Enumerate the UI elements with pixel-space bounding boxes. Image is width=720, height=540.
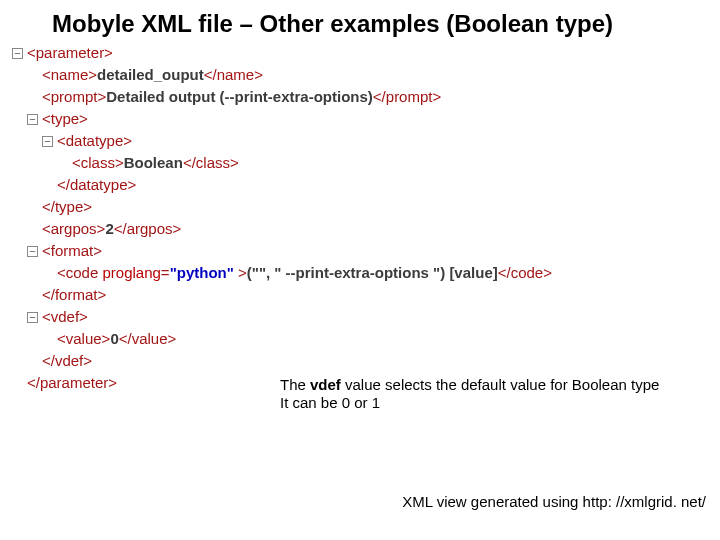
tag: <type> [42,108,88,130]
text: detailed_ouput [97,64,204,86]
xml-line-vdef-close: </vdef> [12,350,720,372]
xml-line-class: <class>Boolean</class> [12,152,720,174]
xml-line-datatype-close: </datatype> [12,174,720,196]
tag: <parameter> [27,42,113,64]
text: ("", " --print-extra-options ") [value] [247,262,498,284]
tag: <format> [42,240,102,262]
collapse-icon[interactable]: − [27,312,38,323]
xml-line-name: <name>detailed_ouput</name> [12,64,720,86]
tag: <value> [57,328,110,350]
xml-line-argpos: <argpos>2</argpos> [12,218,720,240]
tag: </value> [119,328,177,350]
xml-line-parameter-open: − <parameter> [12,42,720,64]
tag: <vdef> [42,306,88,328]
footer-text: XML view generated using http: //xmlgrid… [402,493,706,510]
tag: <datatype> [57,130,132,152]
tag: </type> [42,196,92,218]
xml-line-type-open: − <type> [12,108,720,130]
text: Boolean [124,152,183,174]
xml-line-datatype-open: − <datatype> [12,130,720,152]
xml-line-prompt: <prompt>Detailed output (--print-extra-o… [12,86,720,108]
xml-line-type-close: </type> [12,196,720,218]
attr-value: "python" [170,262,234,284]
text: 2 [105,218,113,240]
note-text: It can be 0 or 1 [280,394,380,411]
note-text: value selects the default value for Bool… [341,376,660,393]
tag: <code [57,262,102,284]
tag: </name> [204,64,263,86]
xml-line-code: <code proglang="python" >("", " --print-… [12,262,720,284]
tag: </class> [183,152,239,174]
tag: <prompt> [42,86,106,108]
collapse-icon[interactable]: − [27,114,38,125]
xml-line-vdef-open: − <vdef> [12,306,720,328]
eq: = [161,262,170,284]
xml-line-value: <value>0</value> [12,328,720,350]
note-text: The [280,376,310,393]
tag: <class> [72,152,124,174]
tag: </datatype> [57,174,136,196]
tag: </vdef> [42,350,92,372]
xml-line-format-close: </format> [12,284,720,306]
tag: > [234,262,247,284]
tag: </parameter> [27,372,117,394]
collapse-icon[interactable]: − [12,48,23,59]
collapse-icon[interactable]: − [42,136,53,147]
tag: </prompt> [373,86,441,108]
tag: </argpos> [114,218,182,240]
text: Detailed output (--print-extra-options) [106,86,373,108]
attr-name: proglang [102,262,160,284]
page-title: Mobyle XML file – Other examples (Boolea… [0,0,720,42]
tag: <name> [42,64,97,86]
tag: </format> [42,284,106,306]
xml-tree: − <parameter> <name>detailed_ouput</name… [0,42,720,394]
text: 0 [110,328,118,350]
xml-line-format-open: − <format> [12,240,720,262]
annotation-note: The vdef value selects the default value… [280,376,659,412]
note-bold: vdef [310,376,341,393]
tag: </code> [498,262,552,284]
collapse-icon[interactable]: − [27,246,38,257]
tag: <argpos> [42,218,105,240]
